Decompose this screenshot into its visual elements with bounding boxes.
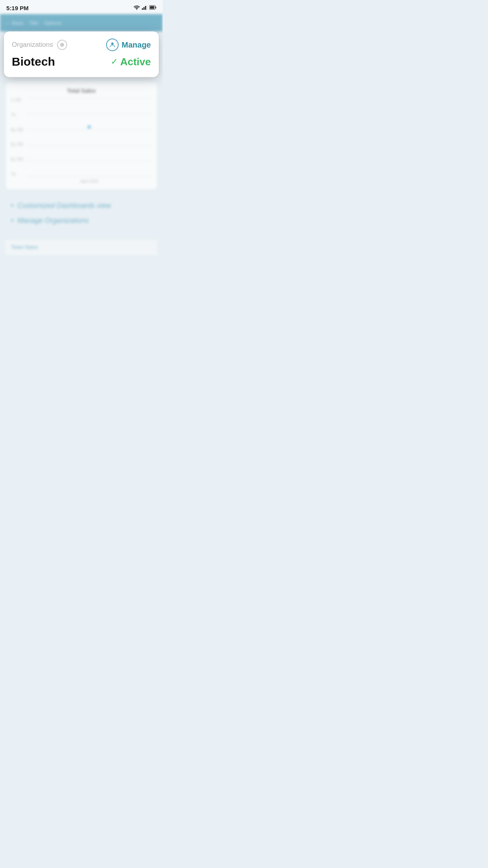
- bg-bullet-2: •: [11, 217, 13, 225]
- manage-row[interactable]: Manage: [106, 39, 151, 51]
- bg-chart-x-label: April 2019: [80, 179, 98, 184]
- bg-feature-list: • Customized Dashboards view • Manage Or…: [6, 194, 157, 239]
- svg-rect-4: [147, 5, 147, 10]
- svg-rect-2: [143, 7, 145, 10]
- dropdown-active-label: Active: [120, 56, 151, 68]
- svg-rect-7: [156, 6, 156, 8]
- svg-rect-1: [142, 8, 143, 10]
- bg-feature-item-2: • Manage Organizations: [11, 217, 152, 225]
- bg-bottom-bar: Ticket Status: [6, 239, 157, 255]
- bg-bullet-1: •: [11, 202, 13, 210]
- manage-avatar-icon: [109, 41, 116, 48]
- dropdown-left: Organizations: [12, 40, 67, 50]
- bg-chart-title: Total Sales: [11, 88, 152, 94]
- dropdown-circle-icon: [57, 40, 67, 50]
- status-icons: [134, 5, 156, 11]
- org-dropdown-popup: Organizations Manage Biotech ✓ Active: [4, 31, 159, 77]
- bg-ticket-status-label: Ticket Status: [11, 245, 38, 250]
- bg-y-label-3: $1,750: [11, 128, 27, 132]
- dropdown-section-label: Organizations: [12, 41, 53, 49]
- wifi-icon: [134, 5, 140, 11]
- bg-feature-item-1: • Customized Dashboards view: [11, 202, 152, 210]
- signal-icon: [142, 5, 147, 11]
- bg-y-label-1: 1,750: [11, 98, 27, 102]
- bg-header-bar: ← Back Title Options: [0, 14, 163, 31]
- battery-icon: [149, 5, 156, 11]
- bg-chart-card: Total Sales 1,750 75 $1,750 $1,750 $1,75…: [6, 82, 157, 190]
- svg-point-0: [136, 9, 137, 9]
- bg-chart: 1,750 75 $1,750 $1,750 $1,750 75 April 2…: [11, 98, 152, 177]
- svg-rect-6: [150, 6, 154, 9]
- dropdown-org-name[interactable]: Biotech: [12, 55, 55, 68]
- dropdown-circle-inner: [60, 43, 64, 47]
- dropdown-manage-label[interactable]: Manage: [122, 40, 151, 50]
- svg-rect-3: [145, 6, 146, 10]
- bg-y-label-5: $1,750: [11, 157, 27, 162]
- dropdown-org-row: Biotech ✓ Active: [12, 55, 151, 68]
- manage-avatar: [106, 39, 119, 51]
- dropdown-checkmark-icon: ✓: [111, 57, 118, 67]
- status-time: 5:19 PM: [6, 5, 29, 11]
- bg-y-label-6: 75: [11, 172, 27, 177]
- bg-chart-dot-1: [88, 125, 91, 129]
- bg-feature-text-2: Manage Organizations: [17, 217, 88, 225]
- svg-point-8: [111, 42, 114, 45]
- bg-y-label-2: 75: [11, 113, 27, 117]
- status-bar: 5:19 PM: [0, 0, 163, 14]
- bg-y-label-4: $1,750: [11, 142, 27, 147]
- bg-feature-text-1: Customized Dashboards view: [17, 202, 111, 210]
- dropdown-header: Organizations Manage: [12, 39, 151, 51]
- dropdown-active-row: ✓ Active: [111, 56, 151, 68]
